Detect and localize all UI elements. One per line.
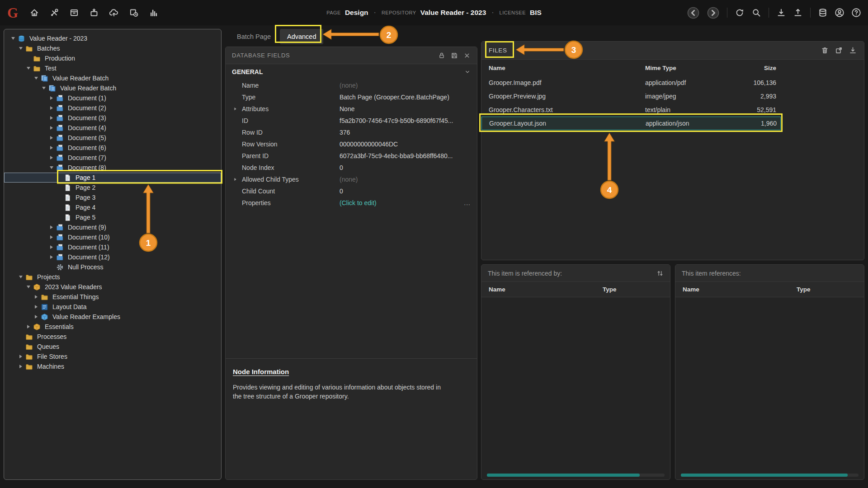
horizontal-scrollbar[interactable] xyxy=(681,474,859,477)
field-row-attributes[interactable]: AttributesNone xyxy=(226,103,477,115)
tree-item-machines[interactable]: Machines xyxy=(4,361,221,371)
tree-item-document-2[interactable]: Document (2) xyxy=(4,103,221,113)
package-down-icon[interactable] xyxy=(90,8,99,17)
expander-closed-icon[interactable] xyxy=(33,302,39,312)
tree-item-file-stores[interactable]: File Stores xyxy=(4,352,221,361)
expander-open-icon[interactable] xyxy=(33,73,39,83)
file-row-grooper-preview-jpg[interactable]: Grooper.Preview.jpgimage/jpeg2,993 xyxy=(481,89,781,103)
tree-item-batches[interactable]: Batches xyxy=(4,43,221,53)
expander-closed-icon[interactable] xyxy=(48,113,55,123)
expander-closed-icon[interactable] xyxy=(48,93,55,103)
ellipsis-button[interactable]: ... xyxy=(464,199,477,206)
help-icon[interactable] xyxy=(852,8,861,17)
tree-item-page-3[interactable]: Page 3 xyxy=(4,192,221,202)
field-row-node-index[interactable]: Node Index0 xyxy=(226,162,477,174)
back-circle-icon[interactable] xyxy=(687,7,699,19)
tree-item-page-2[interactable]: Page 2 xyxy=(4,183,221,192)
chevron-down-icon[interactable] xyxy=(464,69,471,75)
expander-closed-icon[interactable] xyxy=(48,242,55,252)
open-external-icon[interactable] xyxy=(835,47,843,54)
expander-open-icon[interactable] xyxy=(17,43,24,53)
tree-item-document-12[interactable]: Document (12) xyxy=(4,252,221,262)
expander-closed-icon[interactable] xyxy=(33,292,39,302)
tree-item-document-10[interactable]: Document (10) xyxy=(4,232,221,242)
tab-batch-page[interactable]: Batch Page xyxy=(230,29,278,44)
expander-closed-icon[interactable] xyxy=(33,312,39,322)
tools-icon[interactable] xyxy=(50,8,59,17)
tree-item-value-reader-2023[interactable]: Value Reader - 2023 xyxy=(4,33,221,43)
tree-item-document-9[interactable]: Document (9) xyxy=(4,222,221,232)
home-icon[interactable] xyxy=(30,8,39,17)
expander-closed-icon[interactable] xyxy=(17,361,24,371)
expander-closed-icon[interactable] xyxy=(25,322,32,332)
repository-value[interactable]: Value Reader - 2023 xyxy=(420,9,486,17)
expander-open-icon[interactable] xyxy=(48,163,55,173)
sort-icon[interactable] xyxy=(656,270,664,277)
field-row-row-version[interactable]: Row Version00000000000046DC xyxy=(226,138,477,150)
expander-closed-icon[interactable] xyxy=(233,107,238,112)
expander-closed-icon[interactable] xyxy=(48,143,55,153)
bar-chart-icon[interactable] xyxy=(149,8,158,17)
file-download-icon[interactable] xyxy=(849,47,857,54)
expander-open-icon[interactable] xyxy=(25,282,32,292)
tree-item-document-11[interactable]: Document (11) xyxy=(4,242,221,252)
field-edit-link[interactable]: (Click to edit) xyxy=(340,199,377,206)
expander-open-icon[interactable] xyxy=(25,63,32,73)
expander-open-icon[interactable] xyxy=(40,83,47,93)
tree-item-page-5[interactable]: Page 5 xyxy=(4,212,221,222)
database-icon[interactable] xyxy=(818,8,827,17)
tab-advanced[interactable]: Advanced xyxy=(280,29,324,44)
tree-item-test[interactable]: Test xyxy=(4,63,221,73)
field-row-allowed-child-types[interactable]: Allowed Child Types(none) xyxy=(226,174,477,185)
tree-item-layout-data[interactable]: Layout Data xyxy=(4,302,221,312)
scrollbar-thumb[interactable] xyxy=(681,474,848,477)
tree-item-value-reader-batch[interactable]: Value Reader Batch xyxy=(4,73,221,83)
field-row-type[interactable]: TypeBatch Page (Grooper.Core.BatchPage) xyxy=(226,91,477,103)
upload-icon[interactable] xyxy=(793,8,802,17)
user-icon[interactable] xyxy=(835,8,844,17)
field-row-name[interactable]: Name(none) xyxy=(226,80,477,91)
scrollbar-thumb[interactable] xyxy=(487,474,640,477)
close-icon[interactable] xyxy=(463,52,471,59)
field-row-id[interactable]: IDf5a2b700-7456-47c9-b50b-6890f67f45... xyxy=(226,115,477,127)
field-row-properties[interactable]: Properties(Click to edit)... xyxy=(226,197,477,209)
file-row-grooper-characters-txt[interactable]: Grooper.Characters.txttext/plain52,591 xyxy=(481,103,781,117)
tree-item-value-reader-batch[interactable]: Value Reader Batch xyxy=(4,83,221,93)
expander-open-icon[interactable] xyxy=(17,272,24,282)
page-value[interactable]: Design xyxy=(345,9,368,17)
tree-item-2023-value-readers[interactable]: 2023 Value Readers xyxy=(4,282,221,292)
refresh-icon[interactable] xyxy=(735,8,744,17)
file-row-grooper-image-pdf[interactable]: Grooper.Image.pdfapplication/pdf106,136 xyxy=(481,76,781,89)
expander-closed-icon[interactable] xyxy=(48,133,55,143)
field-row-parent-id[interactable]: Parent ID6072a3bf-75c9-4ebc-bba9-bb68ff6… xyxy=(226,150,477,162)
file-row-grooper-layout-json[interactable]: Grooper.Layout.jsonapplication/json1,960 xyxy=(481,117,781,130)
tree-item-projects[interactable]: Projects xyxy=(4,272,221,282)
cloud-upload-icon[interactable] xyxy=(109,8,118,17)
tree-item-value-reader-examples[interactable]: Value Reader Examples xyxy=(4,312,221,322)
forward-circle-icon[interactable] xyxy=(707,7,719,19)
tree-item-essential-things[interactable]: Essential Things xyxy=(4,292,221,302)
tree-item-queues[interactable]: Queues xyxy=(4,342,221,352)
tree-item-page-1[interactable]: Page 1 xyxy=(4,173,221,183)
expander-closed-icon[interactable] xyxy=(48,252,55,262)
tree-item-page-4[interactable]: Page 4 xyxy=(4,202,221,212)
trash-icon[interactable] xyxy=(821,47,829,54)
expander-closed-icon[interactable] xyxy=(233,177,238,182)
tree-item-document-1[interactable]: Document (1) xyxy=(4,93,221,103)
horizontal-scrollbar[interactable] xyxy=(487,474,665,477)
tree-item-document-3[interactable]: Document (3) xyxy=(4,113,221,123)
tree-item-production[interactable]: Production xyxy=(4,53,221,63)
tree-item-essentials[interactable]: Essentials xyxy=(4,322,221,332)
tree-item-document-7[interactable]: Document (7) xyxy=(4,153,221,163)
expander-closed-icon[interactable] xyxy=(17,352,24,361)
archive-icon[interactable] xyxy=(70,8,79,17)
expander-closed-icon[interactable] xyxy=(48,232,55,242)
search-icon[interactable] xyxy=(752,8,761,17)
package-clock-icon[interactable] xyxy=(129,8,138,17)
tree-item-null-process[interactable]: Null Process xyxy=(4,262,221,272)
save-icon[interactable] xyxy=(451,52,458,59)
field-row-child-count[interactable]: Child Count0 xyxy=(226,185,477,197)
field-row-row-id[interactable]: Row ID376 xyxy=(226,127,477,138)
expander-closed-icon[interactable] xyxy=(48,153,55,163)
expander-open-icon[interactable] xyxy=(9,33,16,43)
